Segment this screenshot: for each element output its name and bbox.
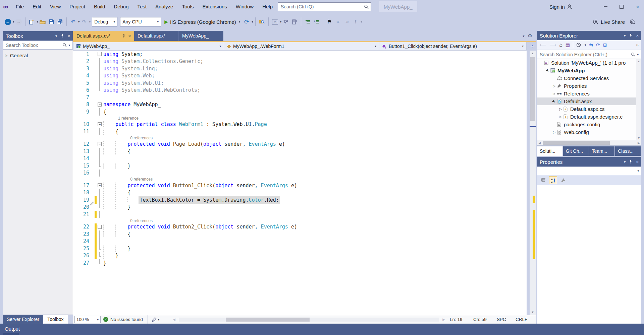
code-line-23[interactable]: 23{ xyxy=(73,230,527,238)
scroll-left-icon[interactable]: ◀ xyxy=(173,318,175,321)
categorized-view-icon[interactable] xyxy=(539,176,547,184)
issues-status-label[interactable]: No issues found xyxy=(110,317,143,322)
fold-gutter[interactable] xyxy=(97,94,103,101)
fold-gutter[interactable] xyxy=(97,128,103,135)
run-target-dropdown[interactable]: ▾ xyxy=(239,20,240,23)
fold-gutter[interactable] xyxy=(97,72,103,80)
solution-platform-select[interactable]: Any CPU▾ xyxy=(120,17,161,26)
fold-gutter[interactable] xyxy=(97,58,103,65)
menu-project[interactable]: Project xyxy=(65,0,90,13)
code-editor[interactable]: 1−using System;2using System.Collections… xyxy=(73,51,527,315)
toolbox-group-general[interactable]: ▷ General xyxy=(3,50,73,61)
code-line-5[interactable]: 5using System.Web.UI; xyxy=(73,79,527,87)
redo-dropdown[interactable]: ▾ xyxy=(89,20,91,23)
code-line-15[interactable]: 15} xyxy=(73,162,527,170)
new-item-dropdown[interactable]: ▾ xyxy=(37,20,39,23)
hot-reload-dropdown[interactable]: ▾ xyxy=(252,20,253,23)
code-line-22[interactable]: 22−protected void Button2_Click(object s… xyxy=(73,223,527,231)
fold-gutter[interactable] xyxy=(97,65,103,72)
bookmark-dropdown[interactable]: ▾ xyxy=(361,20,362,23)
find-in-files-icon[interactable] xyxy=(258,17,266,27)
fold-collapse-icon[interactable]: − xyxy=(98,122,102,126)
properties-header[interactable]: Properties ▾ × xyxy=(537,157,641,166)
hot-reload-icon[interactable]: ⟳ xyxy=(243,17,251,27)
code-line-20[interactable]: 20} xyxy=(73,204,527,211)
filter-dropdown[interactable]: ▾ xyxy=(585,43,586,47)
window-position-dropdown-icon[interactable]: ▾ xyxy=(55,34,57,38)
pin-icon[interactable] xyxy=(122,34,125,38)
close-icon[interactable]: × xyxy=(67,34,70,39)
fold-gutter[interactable] xyxy=(97,155,103,162)
fold-collapse-icon[interactable]: − xyxy=(98,103,102,107)
prev-bookmark-icon[interactable]: ↞ xyxy=(334,17,342,27)
code-line-10[interactable]: 10−public partial class WebForm1 : Syste… xyxy=(73,121,527,128)
navigate-pointer-icon[interactable] xyxy=(282,17,290,27)
chevron-collapsed-icon[interactable]: ▷ xyxy=(551,84,557,88)
chevron-collapsed-icon[interactable]: ▷ xyxy=(551,130,557,134)
panel-tab-toolbox[interactable]: Toolbox xyxy=(43,315,67,324)
editor-horizontal-scrollbar[interactable] xyxy=(179,318,439,322)
pin-icon[interactable] xyxy=(629,34,633,38)
close-button[interactable]: × xyxy=(635,4,640,9)
code-line-11[interactable]: 11{ xyxy=(73,128,527,135)
panel-tab-soluti[interactable]: Soluti... xyxy=(537,146,562,156)
code-line-25[interactable]: 25} xyxy=(73,245,527,252)
alphabetical-sort-icon[interactable]: AZ xyxy=(549,176,557,184)
document-tab-default.aspx[interactable]: Default.aspx* xyxy=(134,31,179,41)
toolbar-overflow-icon[interactable]: ›› xyxy=(636,43,639,47)
fold-gutter[interactable] xyxy=(97,252,103,260)
fold-gutter[interactable] xyxy=(97,259,103,267)
menu-debug[interactable]: Debug xyxy=(109,0,133,13)
panel-tab-gitch[interactable]: Git Ch... xyxy=(563,146,589,156)
tree-item-default.aspx.cs[interactable]: ▷Default.aspx.cs xyxy=(537,105,641,113)
solution-explorer-header[interactable]: Solution Explorer ▾ × xyxy=(537,31,641,40)
scroll-up-icon[interactable]: ▲ xyxy=(530,51,536,56)
next-bookmark-icon[interactable]: ↠ xyxy=(343,17,351,27)
minimize-button[interactable] xyxy=(603,4,608,9)
code-line-9[interactable]: 9{ xyxy=(73,108,527,116)
code-line-1[interactable]: 1−using System; xyxy=(73,51,527,58)
fold-gutter[interactable] xyxy=(97,170,103,177)
back-icon[interactable]: ⟵ xyxy=(540,42,546,48)
save-icon[interactable] xyxy=(47,17,55,27)
output-panel[interactable]: Output xyxy=(0,324,644,335)
code-line-18[interactable]: 18{ xyxy=(73,189,527,197)
code-line-13[interactable]: 13{ xyxy=(73,148,527,155)
code-line-3[interactable]: 3using System.Linq; xyxy=(73,65,527,72)
navigate-back-dropdown[interactable]: ▾ xyxy=(13,20,14,23)
tree-item-default.aspx.designer.c[interactable]: ▷Default.aspx.designer.c xyxy=(537,113,641,121)
code-line-6[interactable]: 6using System.Web.UI.WebControls; xyxy=(73,87,527,94)
chevron-collapsed-icon[interactable]: ▷ xyxy=(551,92,557,95)
refresh-icon[interactable]: ⟳ xyxy=(596,42,600,48)
property-pages-icon[interactable] xyxy=(559,176,567,184)
solution-explorer-search-input[interactable]: Search Solution Explorer (Ctrl+;) ▾ xyxy=(537,50,641,59)
toolbox-header[interactable]: Toolbox ▾ × xyxy=(3,31,73,41)
sign-in-button[interactable]: Sign in xyxy=(549,0,573,13)
code-line-21[interactable]: 21 xyxy=(73,211,527,218)
code-line-12[interactable]: 12−protected void Page_Load(object sende… xyxy=(73,141,527,148)
code-line-19[interactable]: 19TextBox1.BackColor = System.Drawing.Co… xyxy=(73,196,527,204)
codelens-indicator[interactable]: 1 reference xyxy=(73,116,527,121)
edit-pencil-icon[interactable] xyxy=(90,201,94,205)
close-icon[interactable]: × xyxy=(636,33,639,38)
chevron-collapsed-icon[interactable]: ▷ xyxy=(558,107,563,111)
panel-tab-server-explorer[interactable]: Server Explorer xyxy=(3,315,43,324)
fold-collapse-icon[interactable]: − xyxy=(98,52,102,56)
tree-item-references[interactable]: ▷References xyxy=(537,90,641,97)
type-dropdown[interactable]: MyWebApp_.WebForm1 ▾ xyxy=(224,42,379,50)
fold-gutter[interactable] xyxy=(97,238,103,245)
menu-build[interactable]: Build xyxy=(90,0,109,13)
home-icon[interactable]: ⌂ xyxy=(559,42,562,48)
tree-item-properties[interactable]: ▷Properties xyxy=(537,82,641,90)
project-dropdown[interactable]: MyWebApp_ ▾ xyxy=(73,42,224,50)
window-position-dropdown-icon[interactable]: ▾ xyxy=(624,160,626,164)
fold-gutter[interactable] xyxy=(97,230,103,238)
outdent-lines-icon[interactable]: 2 xyxy=(312,17,320,27)
fold-gutter[interactable] xyxy=(97,79,103,87)
properties-object-select[interactable]: ▾ xyxy=(537,166,641,175)
code-line-26[interactable]: 26} xyxy=(73,252,527,260)
quick-search-input[interactable]: Search (Ctrl+Q) xyxy=(278,2,371,11)
member-dropdown[interactable]: Button1_Click(object sender, EventArgs e… xyxy=(379,42,526,50)
scroll-right-icon[interactable]: ▶ xyxy=(638,141,640,145)
fold-gutter[interactable]: − xyxy=(97,101,103,109)
